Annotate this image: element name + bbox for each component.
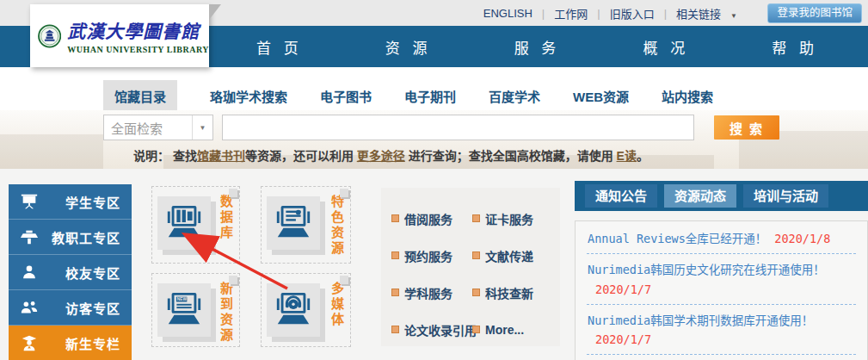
card-label[interactable]: 数据库 — [217, 195, 235, 241]
work-net-link[interactable]: 工作网 — [554, 5, 588, 22]
service-reservation[interactable]: 预约服务 — [391, 247, 472, 264]
tab-web-resources[interactable]: WEB资源 — [573, 87, 629, 105]
news-item[interactable]: Nurimedia韩国历史文化研究在线开通使用！2020/1/7 — [587, 254, 856, 305]
related-links-menu[interactable]: 相关链接 — [676, 5, 721, 22]
service-borrowing[interactable]: 借阅服务 — [391, 210, 472, 227]
card-new-arrivals[interactable]: NEW 新到资源 — [151, 273, 240, 347]
tab-site-search[interactable]: 站内搜索 — [662, 87, 713, 105]
square-bullet-icon — [391, 251, 399, 259]
link-divider: | — [542, 7, 545, 20]
sidebar-item-freshman-zone[interactable]: 新生专栏 — [9, 326, 132, 360]
wuhan-university-library-homepage: ENGLISH | 工作网 | 旧版入口 | 相关链接 ▼ 登录我的图书馆 首 … — [0, 0, 868, 360]
news-tabbar: 通知公告 资源动态 培训与活动 — [575, 181, 868, 211]
library-name-english: WUHAN UNIVERSITY LIBRARY — [67, 45, 209, 54]
sidebar-item-label: 教职工专区 — [52, 228, 120, 246]
tab-training-events[interactable]: 培训与活动 — [743, 184, 828, 208]
search-scope-value: 全面检索 — [104, 119, 192, 137]
news-item[interactable]: Nurimedia韩国学术期刊数据库开通使用！2020/1/7 — [587, 305, 856, 356]
tab-resource-news[interactable]: 资源动态 — [664, 184, 736, 208]
select-chevron-down-icon: ▼ — [192, 115, 212, 140]
card-label[interactable]: 多媒体 — [328, 282, 346, 328]
card-database[interactable]: 数据库 — [151, 186, 240, 264]
news-item[interactable]: 闻藏II Visual开通使用！2020/1/7 — [587, 355, 856, 360]
nav-item-overview[interactable]: 概 况 — [643, 36, 689, 58]
card-multimedia[interactable]: 多媒体 — [261, 273, 351, 347]
card-corner-decoration — [340, 276, 348, 284]
square-bullet-icon — [472, 326, 480, 333]
tab-notices[interactable]: 通知公告 — [585, 184, 657, 208]
news-panel: 通知公告 资源动态 培训与活动 Annual Reviews全库已经开通！202… — [575, 181, 868, 360]
more-ways-link[interactable]: 更多途径 — [357, 149, 405, 163]
topbar-links: ENGLISH | 工作网 | 旧版入口 | 相关链接 ▼ — [483, 0, 737, 26]
catalog-books-link[interactable]: 馆藏书刊 — [197, 149, 245, 163]
database-tile[interactable] — [157, 196, 211, 250]
freshman-zone-icon — [20, 334, 39, 353]
edu-link[interactable]: E读 — [617, 149, 637, 163]
square-bullet-icon — [391, 289, 399, 296]
new-arrivals-tile[interactable]: NEW — [157, 283, 211, 337]
tab-ebooks[interactable]: 电子图书 — [320, 87, 372, 105]
sidebar-item-alumni-zone[interactable]: 校友专区 — [9, 255, 132, 290]
link-divider: | — [664, 7, 667, 20]
news-item[interactable]: Annual Reviews全库已经开通！2020/1/8 — [587, 223, 856, 254]
sidebar-item-student-zone[interactable]: 学生专区 — [9, 184, 132, 220]
sidebar-item-staff-zone[interactable]: 教职工专区 — [9, 220, 132, 255]
service-label: 学科服务 — [404, 284, 452, 301]
nav-item-home[interactable]: 首 页 — [256, 36, 303, 58]
featured-resources-tile[interactable] — [267, 196, 320, 250]
logo-text: 武漢大學圖書館 WUHAN UNIVERSITY LIBRARY — [67, 17, 209, 54]
sidebar-item-label: 学生专区 — [65, 193, 120, 211]
card-featured-resources[interactable]: 特色资源 — [261, 186, 351, 264]
old-version-link[interactable]: 旧版入口 — [610, 5, 655, 22]
note-text: 说明： 查找 — [133, 149, 197, 163]
card-corner-decoration — [340, 189, 348, 197]
sidebar-item-label: 校友专区 — [65, 264, 120, 282]
tab-luojia-scholar-search[interactable]: 珞珈学术搜索 — [210, 87, 287, 105]
nav-item-help[interactable]: 帮 助 — [772, 36, 818, 58]
tab-baidu-scholar[interactable]: 百度学术 — [489, 87, 540, 105]
news-date: 2020/1/7 — [595, 332, 651, 346]
student-zone-icon — [20, 192, 39, 211]
library-logo[interactable]: 武漢大學圖書館 WUHAN UNIVERSITY LIBRARY — [30, 4, 209, 67]
library-name-chinese: 武漢大學圖書館 — [67, 17, 209, 43]
nav-item-services[interactable]: 服 务 — [514, 36, 561, 58]
news-title[interactable]: Nurimedia韩国学术期刊数据库开通使用！ — [588, 313, 813, 327]
sidebar-item-visitor-zone[interactable]: 访客专区 — [9, 290, 132, 326]
service-label: More... — [485, 323, 524, 337]
service-novelty-search[interactable]: 科技查新 — [472, 284, 560, 301]
library-seal-icon — [38, 14, 61, 59]
news-title[interactable]: Nurimedia韩国历史文化研究在线开通使用！ — [588, 263, 825, 276]
search-input[interactable] — [222, 115, 694, 140]
card-label[interactable]: 特色资源 — [328, 195, 346, 257]
note-text: 。 — [637, 149, 649, 163]
square-bullet-icon — [391, 326, 399, 333]
news-list: Annual Reviews全库已经开通！2020/1/8 Nurimedia韩… — [575, 220, 868, 360]
service-document-delivery[interactable]: 文献传递 — [472, 247, 560, 264]
tab-catalog[interactable]: 馆藏目录 — [103, 80, 177, 112]
login-my-library-button[interactable]: 登录我的图书馆 — [767, 3, 862, 23]
nav-item-resources[interactable]: 资 源 — [385, 36, 432, 58]
service-label: 科技查新 — [485, 284, 533, 301]
card-label[interactable]: 新到资源 — [217, 282, 235, 344]
news-title[interactable]: Annual Reviews全库已经开通！ — [588, 232, 766, 245]
card-corner-decoration — [229, 276, 237, 284]
search-scope-select[interactable]: 全面检索 ▼ — [103, 115, 213, 140]
service-label: 证卡服务 — [485, 210, 533, 227]
service-label: 文献传递 — [485, 247, 533, 264]
chevron-down-icon[interactable]: ▼ — [730, 12, 737, 20]
square-bullet-icon — [472, 289, 480, 296]
square-bullet-icon — [472, 251, 480, 259]
note-text: 等资源，还可以利用 — [245, 149, 357, 163]
service-citation-index[interactable]: 论文收录引用 — [391, 321, 472, 338]
english-link[interactable]: ENGLISH — [483, 7, 532, 20]
service-more[interactable]: More... — [472, 323, 560, 337]
services-panel: 借阅服务 证卡服务 预约服务 文献传递 学科服务 科技查新 论文收录引用 Mor… — [381, 188, 560, 346]
resource-tabs: 馆藏目录 珞珈学术搜索 电子图书 电子期刊 百度学术 WEB资源 站内搜索 — [103, 81, 713, 110]
service-card[interactable]: 证卡服务 — [472, 210, 560, 227]
search-note: 说明： 查找馆藏书刊等资源，还可以利用 更多途径 进行查询；查找全国高校馆藏，请… — [133, 146, 649, 164]
featured-resources-icon — [274, 203, 313, 243]
multimedia-tile[interactable] — [267, 283, 320, 337]
service-subject[interactable]: 学科服务 — [391, 284, 472, 301]
tab-ejournals[interactable]: 电子期刊 — [404, 87, 456, 105]
search-button[interactable]: 搜 索 — [714, 115, 779, 140]
